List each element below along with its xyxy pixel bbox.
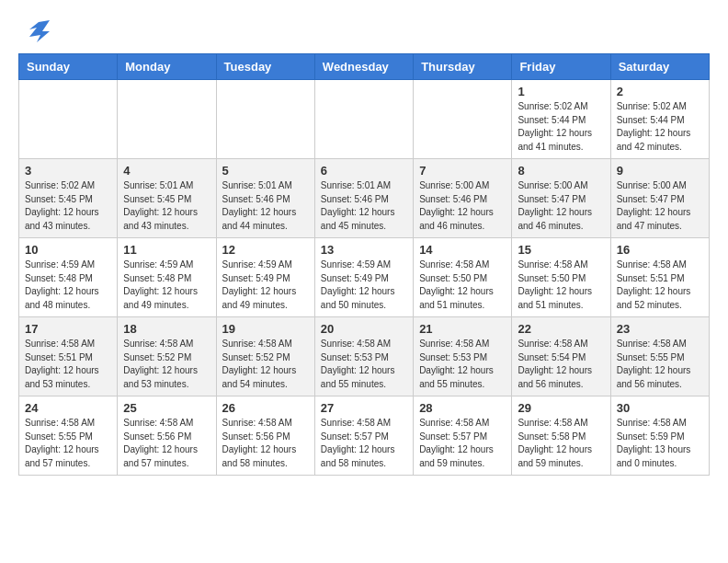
day-number: 20 bbox=[321, 322, 407, 336]
day-info: Sunrise: 4:58 AM Sunset: 5:59 PM Dayligh… bbox=[617, 417, 703, 470]
calendar-cell: 13Sunrise: 4:59 AM Sunset: 5:49 PM Dayli… bbox=[314, 238, 413, 317]
calendar-cell: 24Sunrise: 4:58 AM Sunset: 5:55 PM Dayli… bbox=[19, 396, 118, 476]
calendar-cell: 3Sunrise: 5:02 AM Sunset: 5:45 PM Daylig… bbox=[19, 159, 118, 238]
calendar-cell bbox=[216, 80, 314, 159]
day-info: Sunrise: 4:58 AM Sunset: 5:57 PM Dayligh… bbox=[419, 417, 506, 470]
day-number: 3 bbox=[25, 164, 111, 178]
calendar-cell bbox=[314, 80, 413, 159]
day-info: Sunrise: 4:58 AM Sunset: 5:53 PM Dayligh… bbox=[321, 338, 407, 391]
day-number: 26 bbox=[222, 401, 309, 415]
calendar-cell: 8Sunrise: 5:00 AM Sunset: 5:47 PM Daylig… bbox=[512, 159, 610, 238]
day-info: Sunrise: 4:58 AM Sunset: 5:54 PM Dayligh… bbox=[518, 338, 604, 391]
day-number: 11 bbox=[123, 243, 210, 257]
day-number: 8 bbox=[518, 164, 604, 178]
calendar-week-5: 24Sunrise: 4:58 AM Sunset: 5:55 PM Dayli… bbox=[19, 396, 710, 476]
calendar-week-3: 10Sunrise: 4:59 AM Sunset: 5:48 PM Dayli… bbox=[19, 238, 710, 317]
day-info: Sunrise: 5:01 AM Sunset: 5:46 PM Dayligh… bbox=[321, 179, 407, 233]
calendar-cell: 22Sunrise: 4:58 AM Sunset: 5:54 PM Dayli… bbox=[512, 317, 610, 396]
day-info: Sunrise: 4:58 AM Sunset: 5:58 PM Dayligh… bbox=[518, 417, 604, 470]
day-number: 25 bbox=[123, 401, 210, 415]
day-number: 1 bbox=[518, 85, 604, 98]
calendar-header-friday: Friday bbox=[512, 54, 610, 80]
calendar-cell: 15Sunrise: 4:58 AM Sunset: 5:50 PM Dayli… bbox=[512, 238, 610, 317]
calendar-header-sunday: Sunday bbox=[19, 54, 118, 80]
calendar-cell: 18Sunrise: 4:58 AM Sunset: 5:52 PM Dayli… bbox=[118, 317, 216, 396]
calendar-cell: 21Sunrise: 4:58 AM Sunset: 5:53 PM Dayli… bbox=[414, 317, 512, 396]
day-number: 22 bbox=[518, 322, 604, 336]
calendar-cell: 20Sunrise: 4:58 AM Sunset: 5:53 PM Dayli… bbox=[314, 317, 413, 396]
day-number: 19 bbox=[222, 322, 309, 336]
day-number: 4 bbox=[123, 164, 210, 178]
day-number: 28 bbox=[419, 401, 506, 415]
calendar-cell: 4Sunrise: 5:01 AM Sunset: 5:45 PM Daylig… bbox=[118, 159, 216, 238]
day-info: Sunrise: 4:58 AM Sunset: 5:51 PM Dayligh… bbox=[617, 259, 703, 312]
calendar-cell: 7Sunrise: 5:00 AM Sunset: 5:46 PM Daylig… bbox=[414, 159, 512, 238]
logo-bird-icon bbox=[20, 18, 50, 44]
day-info: Sunrise: 4:58 AM Sunset: 5:52 PM Dayligh… bbox=[222, 338, 309, 391]
calendar-cell: 19Sunrise: 4:58 AM Sunset: 5:52 PM Dayli… bbox=[216, 317, 314, 396]
day-number: 17 bbox=[25, 322, 111, 336]
day-info: Sunrise: 4:58 AM Sunset: 5:55 PM Dayligh… bbox=[25, 417, 111, 470]
calendar-cell: 14Sunrise: 4:58 AM Sunset: 5:50 PM Dayli… bbox=[414, 238, 512, 317]
calendar-header-thursday: Thursday bbox=[414, 54, 512, 80]
calendar-cell: 30Sunrise: 4:58 AM Sunset: 5:59 PM Dayli… bbox=[610, 396, 709, 476]
calendar-cell: 27Sunrise: 4:58 AM Sunset: 5:57 PM Dayli… bbox=[314, 396, 413, 476]
day-info: Sunrise: 5:00 AM Sunset: 5:46 PM Dayligh… bbox=[419, 179, 506, 233]
calendar-cell: 16Sunrise: 4:58 AM Sunset: 5:51 PM Dayli… bbox=[610, 238, 709, 317]
day-info: Sunrise: 4:58 AM Sunset: 5:56 PM Dayligh… bbox=[123, 417, 210, 470]
calendar-cell bbox=[414, 80, 512, 159]
page: SundayMondayTuesdayWednesdayThursdayFrid… bbox=[0, 0, 728, 494]
calendar-header-wednesday: Wednesday bbox=[314, 54, 413, 80]
calendar-cell bbox=[19, 80, 118, 159]
calendar-week-2: 3Sunrise: 5:02 AM Sunset: 5:45 PM Daylig… bbox=[19, 159, 710, 238]
header bbox=[18, 18, 710, 44]
day-number: 5 bbox=[222, 164, 309, 178]
calendar-cell: 29Sunrise: 4:58 AM Sunset: 5:58 PM Dayli… bbox=[512, 396, 610, 476]
calendar-cell: 11Sunrise: 4:59 AM Sunset: 5:48 PM Dayli… bbox=[118, 238, 216, 317]
day-number: 27 bbox=[321, 401, 407, 415]
day-number: 14 bbox=[419, 243, 506, 257]
day-number: 10 bbox=[25, 243, 111, 257]
calendar-cell: 26Sunrise: 4:58 AM Sunset: 5:56 PM Dayli… bbox=[216, 396, 314, 476]
day-number: 21 bbox=[419, 322, 506, 336]
day-info: Sunrise: 4:58 AM Sunset: 5:52 PM Dayligh… bbox=[123, 338, 210, 391]
day-info: Sunrise: 4:59 AM Sunset: 5:48 PM Dayligh… bbox=[123, 259, 210, 312]
day-number: 7 bbox=[419, 164, 506, 178]
calendar-cell bbox=[118, 80, 216, 159]
calendar-cell: 17Sunrise: 4:58 AM Sunset: 5:51 PM Dayli… bbox=[19, 317, 118, 396]
calendar-week-4: 17Sunrise: 4:58 AM Sunset: 5:51 PM Dayli… bbox=[19, 317, 710, 396]
calendar-cell: 23Sunrise: 4:58 AM Sunset: 5:55 PM Dayli… bbox=[610, 317, 709, 396]
day-info: Sunrise: 5:02 AM Sunset: 5:44 PM Dayligh… bbox=[617, 100, 703, 154]
day-info: Sunrise: 4:58 AM Sunset: 5:51 PM Dayligh… bbox=[25, 338, 111, 391]
day-number: 15 bbox=[518, 243, 604, 257]
day-number: 16 bbox=[617, 243, 703, 257]
day-info: Sunrise: 4:58 AM Sunset: 5:55 PM Dayligh… bbox=[617, 338, 703, 391]
day-info: Sunrise: 5:01 AM Sunset: 5:46 PM Dayligh… bbox=[222, 179, 309, 233]
day-info: Sunrise: 4:58 AM Sunset: 5:57 PM Dayligh… bbox=[321, 417, 407, 470]
day-info: Sunrise: 5:00 AM Sunset: 5:47 PM Dayligh… bbox=[617, 179, 703, 233]
day-info: Sunrise: 4:58 AM Sunset: 5:56 PM Dayligh… bbox=[222, 417, 309, 470]
calendar-cell: 28Sunrise: 4:58 AM Sunset: 5:57 PM Dayli… bbox=[414, 396, 512, 476]
logo bbox=[18, 18, 51, 44]
day-number: 23 bbox=[617, 322, 703, 336]
day-info: Sunrise: 5:00 AM Sunset: 5:47 PM Dayligh… bbox=[518, 179, 604, 233]
calendar-header-saturday: Saturday bbox=[610, 54, 709, 80]
calendar-cell: 9Sunrise: 5:00 AM Sunset: 5:47 PM Daylig… bbox=[610, 159, 709, 238]
day-number: 9 bbox=[617, 164, 703, 178]
calendar-cell: 12Sunrise: 4:59 AM Sunset: 5:49 PM Dayli… bbox=[216, 238, 314, 317]
day-info: Sunrise: 4:58 AM Sunset: 5:50 PM Dayligh… bbox=[518, 259, 604, 312]
day-info: Sunrise: 4:59 AM Sunset: 5:49 PM Dayligh… bbox=[321, 259, 407, 312]
day-number: 30 bbox=[617, 401, 703, 415]
calendar-cell: 6Sunrise: 5:01 AM Sunset: 5:46 PM Daylig… bbox=[314, 159, 413, 238]
day-info: Sunrise: 5:02 AM Sunset: 5:45 PM Dayligh… bbox=[25, 179, 111, 233]
svg-marker-0 bbox=[29, 20, 50, 42]
day-number: 6 bbox=[321, 164, 407, 178]
calendar-header-row: SundayMondayTuesdayWednesdayThursdayFrid… bbox=[19, 54, 710, 80]
day-info: Sunrise: 5:01 AM Sunset: 5:45 PM Dayligh… bbox=[123, 179, 210, 233]
calendar-cell: 1Sunrise: 5:02 AM Sunset: 5:44 PM Daylig… bbox=[512, 80, 610, 159]
calendar-header-tuesday: Tuesday bbox=[216, 54, 314, 80]
day-info: Sunrise: 5:02 AM Sunset: 5:44 PM Dayligh… bbox=[518, 100, 604, 154]
day-number: 12 bbox=[222, 243, 309, 257]
calendar-cell: 10Sunrise: 4:59 AM Sunset: 5:48 PM Dayli… bbox=[19, 238, 118, 317]
day-number: 13 bbox=[321, 243, 407, 257]
